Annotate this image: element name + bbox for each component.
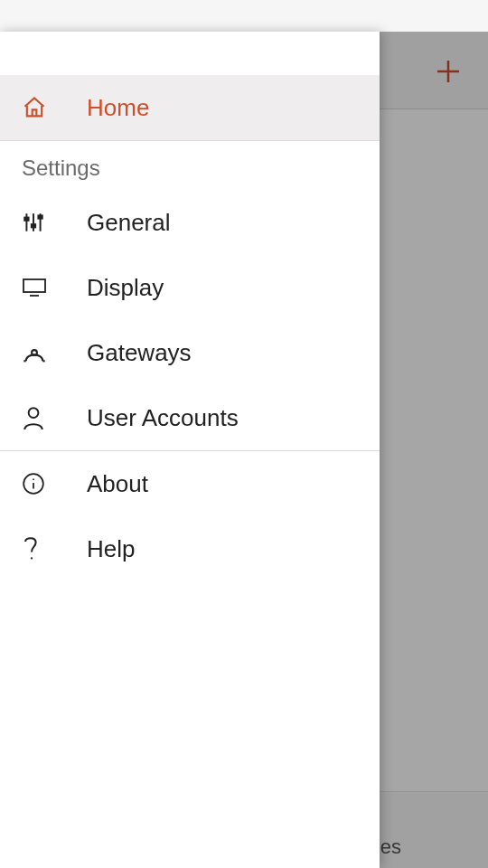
drawer-item-label: Help: [87, 535, 135, 563]
screen: 5:35 ces Home S: [0, 0, 488, 868]
drawer-section-settings: Settings: [0, 141, 380, 190]
svg-point-19: [33, 478, 34, 480]
drawer-item-general[interactable]: General: [0, 190, 380, 255]
svg-point-15: [32, 350, 37, 355]
help-icon: [22, 535, 87, 562]
drawer-header: [0, 32, 380, 75]
gateway-icon: [22, 340, 87, 365]
drawer-item-label: About: [87, 470, 148, 498]
drawer-item-home[interactable]: Home: [0, 75, 380, 140]
svg-rect-10: [24, 218, 28, 221]
svg-rect-13: [23, 279, 45, 292]
drawer-item-gateways[interactable]: Gateways: [0, 320, 380, 385]
svg-point-20: [31, 557, 33, 559]
drawer-item-user-accounts[interactable]: User Accounts: [0, 385, 380, 450]
drawer-scrim[interactable]: [380, 32, 488, 868]
sliders-icon: [22, 211, 87, 234]
home-icon: [22, 95, 87, 120]
drawer-item-help[interactable]: Help: [0, 516, 380, 581]
navigation-drawer: Home Settings General: [0, 32, 380, 868]
svg-rect-12: [38, 215, 42, 218]
user-icon: [22, 405, 87, 430]
drawer-item-display[interactable]: Display: [0, 255, 380, 320]
svg-point-16: [29, 408, 39, 418]
drawer-item-label: General: [87, 209, 171, 237]
drawer-item-label: Gateways: [87, 339, 192, 367]
drawer-item-about[interactable]: About: [0, 451, 380, 516]
drawer-item-label: Display: [87, 274, 164, 302]
drawer-item-label: User Accounts: [87, 404, 239, 432]
monitor-icon: [22, 277, 87, 298]
info-icon: [22, 472, 87, 495]
drawer-item-label: Home: [87, 94, 149, 122]
svg-rect-11: [32, 224, 35, 227]
